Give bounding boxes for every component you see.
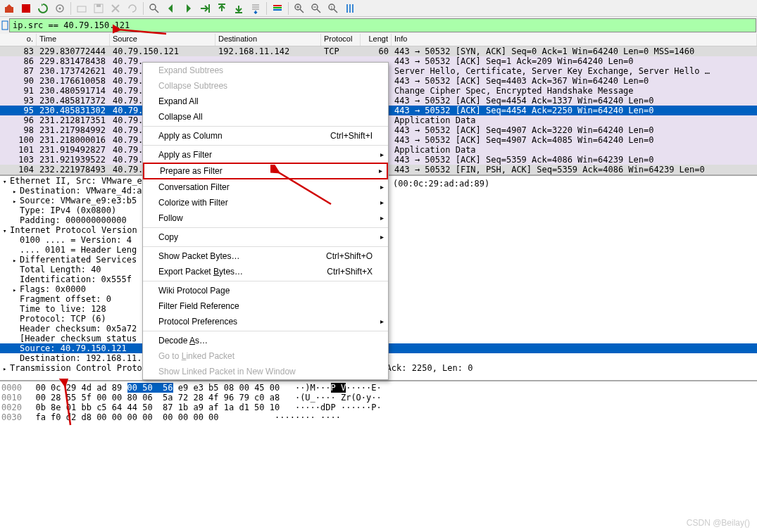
details-right-text: (00:0c:29:ad:ad:89)	[393, 179, 489, 189]
svg-point-3	[59, 7, 61, 9]
close-icon[interactable]	[108, 1, 123, 15]
zoom-in-icon[interactable]	[292, 1, 307, 15]
menu-item[interactable]: Wiki Protocol Page	[143, 283, 388, 298]
svg-point-7	[150, 4, 156, 10]
col-header-info[interactable]: Info	[392, 34, 757, 46]
zoom-out-icon[interactable]	[308, 1, 324, 15]
menu-item[interactable]: Decode As…	[143, 333, 388, 348]
packet-list-header: o. Time Source Destination Protocol Leng…	[0, 34, 757, 46]
menu-item: Expand Subtrees	[143, 63, 388, 78]
go-first-icon[interactable]	[214, 1, 230, 15]
menu-item[interactable]: Expand All	[143, 94, 388, 109]
hex-row[interactable]: 0020 0b 8e 01 bb c5 64 44 50 87 1b a9 af…	[1, 403, 757, 412]
toolbar-logo-icon[interactable]	[1, 1, 17, 15]
menu-item[interactable]: Show Packet Bytes…Ctrl+Shift+O	[143, 248, 388, 264]
menu-item[interactable]: Copy	[143, 229, 388, 245]
open-icon[interactable]	[74, 1, 89, 15]
col-header-length[interactable]: Lengt	[361, 34, 392, 46]
menu-separator	[143, 281, 388, 281]
packet-bytes-pane[interactable]: 0000 00 0c 29 4d ad 89 00 50 56 e9 e3 b5…	[0, 381, 757, 422]
separator	[288, 2, 289, 15]
menu-separator	[143, 331, 388, 331]
menu-separator	[143, 126, 388, 127]
separator	[70, 2, 71, 15]
menu-item[interactable]: Apply as ColumnCtrl+Shift+I	[143, 128, 388, 144]
svg-rect-10	[273, 9, 282, 11]
find-icon[interactable]	[146, 1, 162, 15]
col-header-source[interactable]: Source	[110, 34, 215, 46]
packet-row[interactable]: 83229.83077244440.79.150.121192.168.11.1…	[0, 46, 757, 56]
menu-item[interactable]: Colorize with Filter	[143, 195, 388, 210]
svg-rect-4	[77, 6, 86, 12]
svg-rect-6	[96, 4, 101, 7]
menu-item[interactable]: Prepare as Filter	[143, 163, 388, 179]
menu-item: Show Linked Packet in New Window	[143, 364, 388, 379]
go-back-icon[interactable]	[163, 1, 179, 15]
watermark: CSDN @Beilay()	[687, 518, 750, 528]
menu-item: Collapse Subtrees	[143, 78, 388, 94]
menu-item: Go to Linked Packet	[143, 348, 388, 364]
menu-item[interactable]: Follow	[143, 210, 388, 226]
separator	[266, 2, 267, 15]
restart-icon[interactable]	[35, 1, 51, 15]
svg-rect-9	[273, 7, 282, 8]
separator	[143, 2, 144, 15]
svg-rect-1	[22, 4, 30, 13]
hex-row[interactable]: 0000 00 0c 29 4d ad 89 00 50 56 e9 e3 b5…	[1, 383, 757, 393]
hex-row[interactable]: 0010 00 28 55 5f 00 00 80 06 5a 72 28 4f…	[1, 393, 757, 403]
col-header-time[interactable]: Time	[37, 34, 110, 46]
go-last-icon[interactable]	[231, 1, 246, 15]
autoscroll-icon[interactable]	[248, 1, 263, 15]
reload-icon[interactable]	[125, 1, 140, 15]
save-icon[interactable]	[91, 1, 106, 15]
stop-icon[interactable]	[18, 1, 34, 15]
menu-item[interactable]: Export Packet Bytes…Ctrl+Shift+X	[143, 264, 388, 279]
resize-columns-icon[interactable]	[342, 1, 358, 15]
menu-separator	[143, 145, 388, 146]
colorize-icon[interactable]	[270, 1, 285, 15]
menu-item[interactable]: Filter Field Reference	[143, 298, 388, 314]
menu-item[interactable]: Apply as Filter	[143, 147, 388, 163]
col-header-no[interactable]: o.	[0, 34, 37, 46]
svg-text:1: 1	[330, 5, 333, 10]
filter-bookmark-icon[interactable]	[1, 18, 9, 32]
menu-separator	[143, 227, 388, 228]
main-toolbar: 1	[0, 0, 757, 17]
go-forward-icon[interactable]	[180, 1, 196, 15]
menu-separator	[143, 246, 388, 247]
hex-row[interactable]: 0030 fa f0 d2 d8 00 00 00 00 00 00 00 00…	[1, 412, 757, 422]
col-header-destination[interactable]: Destination	[215, 34, 321, 46]
options-icon[interactable]	[52, 1, 68, 15]
context-menu: Expand SubtreesCollapse SubtreesExpand A…	[142, 62, 389, 380]
svg-rect-8	[273, 5, 282, 6]
zoom-reset-icon[interactable]: 1	[325, 1, 341, 15]
menu-item[interactable]: Collapse All	[143, 109, 388, 125]
go-to-icon[interactable]	[197, 1, 213, 15]
svg-rect-15	[2, 21, 8, 30]
col-header-protocol[interactable]: Protocol	[321, 34, 361, 46]
display-filter-input[interactable]	[9, 18, 756, 32]
menu-item[interactable]: Conversation Filter	[143, 179, 388, 195]
menu-item[interactable]: Protocol Preferences	[143, 314, 388, 329]
display-filter-bar	[0, 17, 757, 34]
svg-rect-0	[5, 7, 13, 13]
